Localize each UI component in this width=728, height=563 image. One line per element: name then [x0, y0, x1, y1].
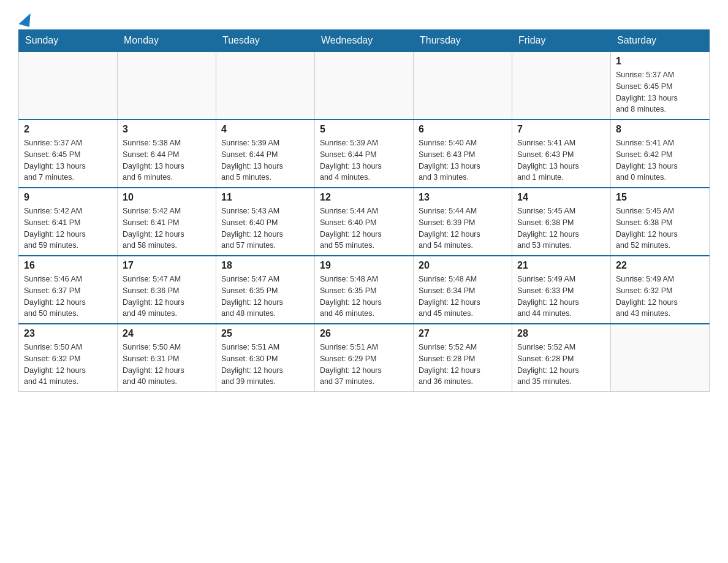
calendar-week-3: 9Sunrise: 5:42 AM Sunset: 6:41 PM Daylig…	[19, 188, 710, 256]
day-number: 9	[24, 192, 112, 203]
logo-triangle-icon	[18, 11, 32, 27]
calendar-cell: 10Sunrise: 5:42 AM Sunset: 6:41 PM Dayli…	[118, 188, 216, 256]
calendar-cell: 28Sunrise: 5:52 AM Sunset: 6:28 PM Dayli…	[512, 324, 611, 392]
weekday-header-friday: Friday	[512, 30, 611, 52]
day-number: 13	[419, 192, 507, 203]
day-info: Sunrise: 5:42 AM Sunset: 6:41 PM Dayligh…	[24, 205, 112, 251]
day-info: Sunrise: 5:50 AM Sunset: 6:31 PM Dayligh…	[123, 342, 211, 388]
calendar-cell: 27Sunrise: 5:52 AM Sunset: 6:28 PM Dayli…	[414, 324, 512, 392]
calendar-cell: 26Sunrise: 5:51 AM Sunset: 6:29 PM Dayli…	[315, 324, 414, 392]
day-number: 8	[616, 124, 704, 135]
calendar-cell: 25Sunrise: 5:51 AM Sunset: 6:30 PM Dayli…	[216, 324, 315, 392]
day-info: Sunrise: 5:45 AM Sunset: 6:38 PM Dayligh…	[517, 205, 605, 251]
calendar-cell: 1Sunrise: 5:37 AM Sunset: 6:45 PM Daylig…	[611, 52, 710, 120]
weekday-header-saturday: Saturday	[611, 30, 710, 52]
calendar-cell: 13Sunrise: 5:44 AM Sunset: 6:39 PM Dayli…	[414, 188, 512, 256]
calendar-cell: 7Sunrise: 5:41 AM Sunset: 6:43 PM Daylig…	[512, 120, 611, 188]
calendar-cell: 20Sunrise: 5:48 AM Sunset: 6:34 PM Dayli…	[414, 256, 512, 324]
day-info: Sunrise: 5:49 AM Sunset: 6:33 PM Dayligh…	[517, 274, 605, 320]
day-info: Sunrise: 5:46 AM Sunset: 6:37 PM Dayligh…	[24, 274, 112, 320]
day-info: Sunrise: 5:47 AM Sunset: 6:35 PM Dayligh…	[221, 274, 309, 320]
day-number: 19	[320, 260, 408, 271]
day-info: Sunrise: 5:40 AM Sunset: 6:43 PM Dayligh…	[419, 137, 507, 183]
calendar-cell: 8Sunrise: 5:41 AM Sunset: 6:42 PM Daylig…	[611, 120, 710, 188]
weekday-header-sunday: Sunday	[19, 30, 118, 52]
day-info: Sunrise: 5:42 AM Sunset: 6:41 PM Dayligh…	[123, 205, 211, 251]
weekday-header-thursday: Thursday	[414, 30, 512, 52]
calendar-cell: 5Sunrise: 5:39 AM Sunset: 6:44 PM Daylig…	[315, 120, 414, 188]
calendar-cell	[611, 324, 710, 392]
day-number: 26	[320, 328, 408, 339]
day-info: Sunrise: 5:48 AM Sunset: 6:35 PM Dayligh…	[320, 274, 408, 320]
page-header	[18, 12, 710, 23]
calendar-cell: 9Sunrise: 5:42 AM Sunset: 6:41 PM Daylig…	[19, 188, 118, 256]
calendar-cell: 17Sunrise: 5:47 AM Sunset: 6:36 PM Dayli…	[118, 256, 216, 324]
day-number: 10	[123, 192, 211, 203]
calendar-cell: 23Sunrise: 5:50 AM Sunset: 6:32 PM Dayli…	[19, 324, 118, 392]
logo	[18, 12, 31, 23]
weekday-header-monday: Monday	[118, 30, 216, 52]
calendar-cell	[315, 52, 414, 120]
day-number: 14	[517, 192, 605, 203]
day-info: Sunrise: 5:44 AM Sunset: 6:40 PM Dayligh…	[320, 205, 408, 251]
calendar-cell: 24Sunrise: 5:50 AM Sunset: 6:31 PM Dayli…	[118, 324, 216, 392]
day-number: 11	[221, 192, 309, 203]
calendar-cell	[216, 52, 315, 120]
day-number: 6	[419, 124, 507, 135]
calendar-week-4: 16Sunrise: 5:46 AM Sunset: 6:37 PM Dayli…	[19, 256, 710, 324]
day-number: 20	[419, 260, 507, 271]
day-number: 15	[616, 192, 704, 203]
day-info: Sunrise: 5:50 AM Sunset: 6:32 PM Dayligh…	[24, 342, 112, 388]
day-info: Sunrise: 5:44 AM Sunset: 6:39 PM Dayligh…	[419, 205, 507, 251]
day-info: Sunrise: 5:38 AM Sunset: 6:44 PM Dayligh…	[123, 137, 211, 183]
calendar-cell: 15Sunrise: 5:45 AM Sunset: 6:38 PM Dayli…	[611, 188, 710, 256]
day-info: Sunrise: 5:52 AM Sunset: 6:28 PM Dayligh…	[517, 342, 605, 388]
calendar-week-5: 23Sunrise: 5:50 AM Sunset: 6:32 PM Dayli…	[19, 324, 710, 392]
calendar-cell: 12Sunrise: 5:44 AM Sunset: 6:40 PM Dayli…	[315, 188, 414, 256]
calendar-week-1: 1Sunrise: 5:37 AM Sunset: 6:45 PM Daylig…	[19, 52, 710, 120]
day-number: 16	[24, 260, 112, 271]
day-number: 4	[221, 124, 309, 135]
day-info: Sunrise: 5:49 AM Sunset: 6:32 PM Dayligh…	[616, 274, 704, 320]
weekday-header-wednesday: Wednesday	[315, 30, 414, 52]
calendar-week-2: 2Sunrise: 5:37 AM Sunset: 6:45 PM Daylig…	[19, 120, 710, 188]
day-info: Sunrise: 5:45 AM Sunset: 6:38 PM Dayligh…	[616, 205, 704, 251]
calendar-cell: 3Sunrise: 5:38 AM Sunset: 6:44 PM Daylig…	[118, 120, 216, 188]
weekday-header-row: SundayMondayTuesdayWednesdayThursdayFrid…	[19, 30, 710, 52]
day-info: Sunrise: 5:51 AM Sunset: 6:30 PM Dayligh…	[221, 342, 309, 388]
day-number: 22	[616, 260, 704, 271]
calendar-cell: 2Sunrise: 5:37 AM Sunset: 6:45 PM Daylig…	[19, 120, 118, 188]
day-number: 18	[221, 260, 309, 271]
calendar-cell	[512, 52, 611, 120]
day-info: Sunrise: 5:48 AM Sunset: 6:34 PM Dayligh…	[419, 274, 507, 320]
day-number: 3	[123, 124, 211, 135]
day-number: 1	[616, 56, 704, 67]
day-info: Sunrise: 5:41 AM Sunset: 6:43 PM Dayligh…	[517, 137, 605, 183]
calendar-cell: 16Sunrise: 5:46 AM Sunset: 6:37 PM Dayli…	[19, 256, 118, 324]
calendar-cell: 6Sunrise: 5:40 AM Sunset: 6:43 PM Daylig…	[414, 120, 512, 188]
day-info: Sunrise: 5:37 AM Sunset: 6:45 PM Dayligh…	[24, 137, 112, 183]
calendar-cell: 11Sunrise: 5:43 AM Sunset: 6:40 PM Dayli…	[216, 188, 315, 256]
calendar-cell	[414, 52, 512, 120]
day-number: 24	[123, 328, 211, 339]
day-number: 2	[24, 124, 112, 135]
day-number: 12	[320, 192, 408, 203]
day-info: Sunrise: 5:52 AM Sunset: 6:28 PM Dayligh…	[419, 342, 507, 388]
day-number: 27	[419, 328, 507, 339]
calendar-cell: 18Sunrise: 5:47 AM Sunset: 6:35 PM Dayli…	[216, 256, 315, 324]
day-info: Sunrise: 5:37 AM Sunset: 6:45 PM Dayligh…	[616, 69, 704, 115]
day-info: Sunrise: 5:39 AM Sunset: 6:44 PM Dayligh…	[320, 137, 408, 183]
weekday-header-tuesday: Tuesday	[216, 30, 315, 52]
day-info: Sunrise: 5:43 AM Sunset: 6:40 PM Dayligh…	[221, 205, 309, 251]
day-number: 7	[517, 124, 605, 135]
calendar-cell	[19, 52, 118, 120]
day-info: Sunrise: 5:41 AM Sunset: 6:42 PM Dayligh…	[616, 137, 704, 183]
day-info: Sunrise: 5:39 AM Sunset: 6:44 PM Dayligh…	[221, 137, 309, 183]
calendar-cell: 22Sunrise: 5:49 AM Sunset: 6:32 PM Dayli…	[611, 256, 710, 324]
calendar-cell: 21Sunrise: 5:49 AM Sunset: 6:33 PM Dayli…	[512, 256, 611, 324]
day-number: 5	[320, 124, 408, 135]
calendar-cell: 4Sunrise: 5:39 AM Sunset: 6:44 PM Daylig…	[216, 120, 315, 188]
calendar-cell: 19Sunrise: 5:48 AM Sunset: 6:35 PM Dayli…	[315, 256, 414, 324]
day-number: 23	[24, 328, 112, 339]
day-info: Sunrise: 5:51 AM Sunset: 6:29 PM Dayligh…	[320, 342, 408, 388]
